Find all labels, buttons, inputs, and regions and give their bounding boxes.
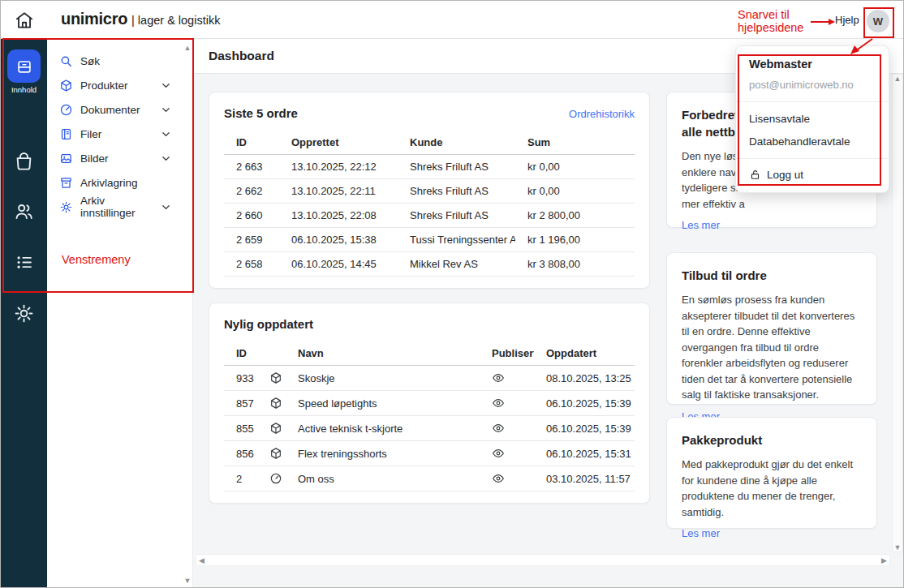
search-icon <box>59 54 73 68</box>
menu-item-filer[interactable]: Filer <box>47 122 193 146</box>
sidebar-item-innhold-label: Innhold <box>1 85 47 94</box>
table-row[interactable]: 2 659 06.10.2025, 15:38 Tussi Treningsse… <box>224 228 635 252</box>
book-icon <box>59 127 73 141</box>
orders-card-title: Siste 5 ordre <box>224 106 298 120</box>
archive-box-icon <box>59 176 73 190</box>
promo-card-tilbud: Tilbud til ordre En sømløs prosess fra k… <box>666 252 877 405</box>
promo-card-pakkeprodukt: Pakkeprodukt Med pakkeprodukt gjør du de… <box>666 417 877 529</box>
brand-name: unimicro <box>61 10 127 28</box>
promo-title: Pakkeprodukt <box>682 431 862 449</box>
app-window: unimicro| lager & logistikk Hjelp W Innh… <box>0 0 904 588</box>
sidebar-item-shop-bag-icon[interactable] <box>13 150 35 172</box>
help-link[interactable]: Hjelp <box>835 14 859 26</box>
promo-title: Tilbud til ordre <box>682 267 862 284</box>
left-menu: ▲ Søk Produkter Dokumenter Filer <box>47 39 193 588</box>
cube-icon <box>59 79 73 92</box>
chevron-down-icon <box>161 129 171 139</box>
page-title: Dashboard <box>209 49 274 63</box>
product-cube-icon <box>257 416 286 440</box>
table-row[interactable]: 2 663 13.10.2025, 22:12 Shreks Friluft A… <box>224 155 635 179</box>
published-eye-icon <box>480 416 534 440</box>
table-row[interactable]: 933 Skoskje 08.10.2025, 13:25 <box>224 366 635 391</box>
user-name: Webmaster <box>749 58 876 71</box>
main-sidebar: Innhold <box>1 39 47 588</box>
menu-item-arkivlagring[interactable]: Arkivlagring <box>47 170 193 195</box>
product-cube-icon <box>257 366 286 390</box>
brand-suffix: | lager & logistikk <box>131 14 220 27</box>
clock-icon <box>59 103 73 117</box>
order-history-link[interactable]: Ordrehistorikk <box>569 108 635 120</box>
horizontal-scrollbar[interactable]: ◀ ▶ <box>196 554 890 566</box>
recently-updated-card: Nylig oppdatert ID Navn Publisert Oppdat… <box>209 303 650 504</box>
table-row[interactable]: 2 Om oss 03.10.2025, 11:57 <box>224 466 635 491</box>
menu-item-bilder[interactable]: Bilder <box>47 146 193 170</box>
published-eye-icon <box>480 466 534 491</box>
home-icon[interactable] <box>14 10 35 31</box>
read-more-link[interactable]: Les mer <box>682 219 862 231</box>
logout-button[interactable]: Logg ut <box>736 159 889 192</box>
sidebar-item-settings-gear-icon[interactable] <box>13 303 35 324</box>
gear-icon <box>59 200 73 214</box>
product-cube-icon <box>257 391 286 415</box>
sidebar-item-list-icon[interactable] <box>13 251 35 273</box>
user-email: post@unimicroweb.no <box>749 79 876 91</box>
scroll-up-icon[interactable]: ▲ <box>894 75 902 83</box>
recently-updated-title: Nylig oppdatert <box>224 317 313 331</box>
chevron-down-icon <box>161 202 171 212</box>
orders-table: ID Opprettet Kunde Sum 2 663 13.10.2025,… <box>224 131 635 277</box>
image-icon <box>59 152 73 165</box>
menu-item-produkter[interactable]: Produkter <box>47 73 193 97</box>
sidebar-item-users-icon[interactable] <box>13 200 35 222</box>
updated-table-header: ID Navn Publisert Oppdatert <box>224 341 635 366</box>
table-row[interactable]: 2 658 06.10.2025, 14:45 Mikkel Rev AS kr… <box>224 252 635 277</box>
published-eye-icon <box>480 441 534 466</box>
menu-item-lisensavtale[interactable]: Lisensavtale <box>749 113 876 125</box>
orders-card: Siste 5 ordre Ordrehistorikk ID Opprette… <box>209 92 650 289</box>
chevron-down-icon <box>161 105 171 115</box>
scroll-down-icon[interactable]: ▼ <box>894 543 902 552</box>
page-clock-icon <box>257 466 286 491</box>
table-row[interactable]: 2 662 13.10.2025, 22:11 Shreks Friluft A… <box>224 179 635 204</box>
menu-item-dokumenter[interactable]: Dokumenter <box>47 97 193 122</box>
read-more-link[interactable]: Les mer <box>682 527 862 539</box>
annotation-left-menu-label: Venstremeny <box>62 253 131 266</box>
annotation-arrow-down-left-icon <box>846 37 876 57</box>
scroll-down-icon[interactable]: ▼ <box>182 577 193 585</box>
annotation-arrow-right-icon <box>810 16 836 28</box>
published-eye-icon <box>480 366 534 390</box>
brand-logo: unimicro| lager & logistikk <box>61 10 220 28</box>
menu-item-arkiv-innstillinger[interactable]: Arkiv innstillinger <box>47 195 193 219</box>
lock-icon <box>749 169 761 181</box>
promo-body: Med pakkeprodukt gjør du det enkelt for … <box>682 457 862 520</box>
product-cube-icon <box>257 441 286 466</box>
published-eye-icon <box>480 391 534 415</box>
scroll-left-icon[interactable]: ◀ <box>199 556 204 564</box>
table-row[interactable]: 857 Speed løpetights 06.10.2025, 15:39 <box>224 391 635 416</box>
table-row[interactable]: 2 660 13.10.2025, 22:08 Shreks Friluft A… <box>224 204 635 228</box>
chevron-down-icon <box>161 153 171 164</box>
menu-item-sok[interactable]: Søk <box>47 49 193 73</box>
scroll-right-icon[interactable]: ▶ <box>881 556 887 564</box>
user-avatar[interactable]: W <box>867 10 889 32</box>
sidebar-item-innhold[interactable] <box>7 49 41 83</box>
table-row[interactable]: 855 Active teknisk t-skjorte 06.10.2025,… <box>224 416 635 441</box>
table-row[interactable]: 856 Flex treningsshorts 06.10.2025, 15:3… <box>224 441 635 466</box>
menu-item-databehandleravtale[interactable]: Databehandleravtale <box>749 135 876 148</box>
orders-table-header: ID Opprettet Kunde Sum <box>224 131 635 155</box>
chevron-down-icon <box>161 80 171 91</box>
recently-updated-table: ID Navn Publisert Oppdatert 933 Skoskje … <box>224 341 635 491</box>
vertical-scrollbar[interactable]: ▲ ▼ <box>892 74 903 552</box>
promo-body: En sømløs prosess fra kunden aksepterer … <box>682 292 862 403</box>
user-dropdown: Webmaster post@unimicroweb.no Lisensavta… <box>735 45 889 193</box>
annotation-help-shortcut: Snarvei til hjelpesidene <box>738 8 819 34</box>
